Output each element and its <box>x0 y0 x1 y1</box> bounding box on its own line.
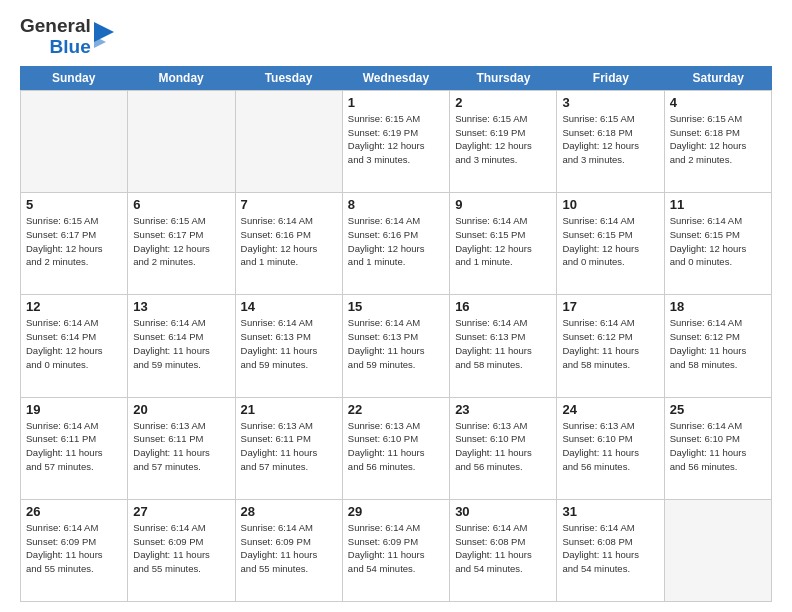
calendar-cell-16: 16Sunrise: 6:14 AM Sunset: 6:13 PM Dayli… <box>450 295 557 397</box>
calendar-cell-3: 3Sunrise: 6:15 AM Sunset: 6:18 PM Daylig… <box>557 91 664 193</box>
logo: General Blue <box>20 16 114 58</box>
cell-info: Sunrise: 6:14 AM Sunset: 6:13 PM Dayligh… <box>241 316 337 371</box>
cell-date: 20 <box>133 402 229 417</box>
logo-triangle-icon <box>94 20 114 54</box>
cell-date: 2 <box>455 95 551 110</box>
cell-info: Sunrise: 6:14 AM Sunset: 6:16 PM Dayligh… <box>348 214 444 269</box>
cell-info: Sunrise: 6:14 AM Sunset: 6:10 PM Dayligh… <box>670 419 766 474</box>
cell-date: 3 <box>562 95 658 110</box>
cell-info: Sunrise: 6:14 AM Sunset: 6:13 PM Dayligh… <box>455 316 551 371</box>
cell-date: 9 <box>455 197 551 212</box>
calendar-cell-28: 28Sunrise: 6:14 AM Sunset: 6:09 PM Dayli… <box>236 500 343 602</box>
cell-date: 7 <box>241 197 337 212</box>
empty-cell <box>128 91 235 193</box>
cell-date: 13 <box>133 299 229 314</box>
calendar-cell-5: 5Sunrise: 6:15 AM Sunset: 6:17 PM Daylig… <box>21 193 128 295</box>
cell-info: Sunrise: 6:13 AM Sunset: 6:10 PM Dayligh… <box>562 419 658 474</box>
calendar-cell-8: 8Sunrise: 6:14 AM Sunset: 6:16 PM Daylig… <box>343 193 450 295</box>
cell-date: 4 <box>670 95 766 110</box>
cell-date: 6 <box>133 197 229 212</box>
cell-date: 5 <box>26 197 122 212</box>
cell-info: Sunrise: 6:14 AM Sunset: 6:14 PM Dayligh… <box>26 316 122 371</box>
cell-date: 18 <box>670 299 766 314</box>
cell-info: Sunrise: 6:15 AM Sunset: 6:18 PM Dayligh… <box>562 112 658 167</box>
calendar-cell-26: 26Sunrise: 6:14 AM Sunset: 6:09 PM Dayli… <box>21 500 128 602</box>
calendar-cell-29: 29Sunrise: 6:14 AM Sunset: 6:09 PM Dayli… <box>343 500 450 602</box>
empty-cell <box>236 91 343 193</box>
empty-cell <box>21 91 128 193</box>
cell-info: Sunrise: 6:14 AM Sunset: 6:08 PM Dayligh… <box>562 521 658 576</box>
calendar-cell-22: 22Sunrise: 6:13 AM Sunset: 6:10 PM Dayli… <box>343 398 450 500</box>
calendar-cell-1: 1Sunrise: 6:15 AM Sunset: 6:19 PM Daylig… <box>343 91 450 193</box>
day-header-wednesday: Wednesday <box>342 66 449 90</box>
calendar-cell-14: 14Sunrise: 6:14 AM Sunset: 6:13 PM Dayli… <box>236 295 343 397</box>
cell-info: Sunrise: 6:14 AM Sunset: 6:09 PM Dayligh… <box>241 521 337 576</box>
calendar-cell-27: 27Sunrise: 6:14 AM Sunset: 6:09 PM Dayli… <box>128 500 235 602</box>
cell-info: Sunrise: 6:13 AM Sunset: 6:11 PM Dayligh… <box>241 419 337 474</box>
logo-blue: Blue <box>50 37 91 58</box>
cell-date: 11 <box>670 197 766 212</box>
cell-info: Sunrise: 6:15 AM Sunset: 6:17 PM Dayligh… <box>133 214 229 269</box>
cell-info: Sunrise: 6:14 AM Sunset: 6:13 PM Dayligh… <box>348 316 444 371</box>
calendar-cell-9: 9Sunrise: 6:14 AM Sunset: 6:15 PM Daylig… <box>450 193 557 295</box>
day-headers: SundayMondayTuesdayWednesdayThursdayFrid… <box>20 66 772 90</box>
cell-date: 17 <box>562 299 658 314</box>
cell-info: Sunrise: 6:14 AM Sunset: 6:15 PM Dayligh… <box>562 214 658 269</box>
calendar-cell-12: 12Sunrise: 6:14 AM Sunset: 6:14 PM Dayli… <box>21 295 128 397</box>
day-header-tuesday: Tuesday <box>235 66 342 90</box>
cell-date: 23 <box>455 402 551 417</box>
empty-cell <box>665 500 772 602</box>
calendar-cell-30: 30Sunrise: 6:14 AM Sunset: 6:08 PM Dayli… <box>450 500 557 602</box>
cell-date: 25 <box>670 402 766 417</box>
cell-info: Sunrise: 6:14 AM Sunset: 6:16 PM Dayligh… <box>241 214 337 269</box>
cell-date: 10 <box>562 197 658 212</box>
cell-info: Sunrise: 6:14 AM Sunset: 6:09 PM Dayligh… <box>26 521 122 576</box>
cell-info: Sunrise: 6:15 AM Sunset: 6:19 PM Dayligh… <box>348 112 444 167</box>
calendar-cell-2: 2Sunrise: 6:15 AM Sunset: 6:19 PM Daylig… <box>450 91 557 193</box>
calendar-cell-4: 4Sunrise: 6:15 AM Sunset: 6:18 PM Daylig… <box>665 91 772 193</box>
cell-date: 29 <box>348 504 444 519</box>
cell-info: Sunrise: 6:14 AM Sunset: 6:09 PM Dayligh… <box>133 521 229 576</box>
calendar-cell-11: 11Sunrise: 6:14 AM Sunset: 6:15 PM Dayli… <box>665 193 772 295</box>
cell-date: 31 <box>562 504 658 519</box>
cell-date: 21 <box>241 402 337 417</box>
calendar-cell-7: 7Sunrise: 6:14 AM Sunset: 6:16 PM Daylig… <box>236 193 343 295</box>
cell-date: 1 <box>348 95 444 110</box>
calendar-cell-19: 19Sunrise: 6:14 AM Sunset: 6:11 PM Dayli… <box>21 398 128 500</box>
calendar: SundayMondayTuesdayWednesdayThursdayFrid… <box>20 66 772 602</box>
cell-date: 12 <box>26 299 122 314</box>
day-header-friday: Friday <box>557 66 664 90</box>
calendar-cell-23: 23Sunrise: 6:13 AM Sunset: 6:10 PM Dayli… <box>450 398 557 500</box>
cell-date: 14 <box>241 299 337 314</box>
cell-info: Sunrise: 6:15 AM Sunset: 6:19 PM Dayligh… <box>455 112 551 167</box>
calendar-cell-21: 21Sunrise: 6:13 AM Sunset: 6:11 PM Dayli… <box>236 398 343 500</box>
calendar-cell-25: 25Sunrise: 6:14 AM Sunset: 6:10 PM Dayli… <box>665 398 772 500</box>
page: General Blue SundayMondayTuesdayWednesda… <box>0 0 792 612</box>
cell-info: Sunrise: 6:14 AM Sunset: 6:15 PM Dayligh… <box>670 214 766 269</box>
calendar-cell-20: 20Sunrise: 6:13 AM Sunset: 6:11 PM Dayli… <box>128 398 235 500</box>
cell-date: 24 <box>562 402 658 417</box>
calendar-cell-18: 18Sunrise: 6:14 AM Sunset: 6:12 PM Dayli… <box>665 295 772 397</box>
day-header-thursday: Thursday <box>450 66 557 90</box>
cell-date: 16 <box>455 299 551 314</box>
day-header-monday: Monday <box>127 66 234 90</box>
calendar-cell-31: 31Sunrise: 6:14 AM Sunset: 6:08 PM Dayli… <box>557 500 664 602</box>
calendar-cell-17: 17Sunrise: 6:14 AM Sunset: 6:12 PM Dayli… <box>557 295 664 397</box>
calendar-cell-10: 10Sunrise: 6:14 AM Sunset: 6:15 PM Dayli… <box>557 193 664 295</box>
cell-info: Sunrise: 6:13 AM Sunset: 6:10 PM Dayligh… <box>348 419 444 474</box>
cell-info: Sunrise: 6:14 AM Sunset: 6:15 PM Dayligh… <box>455 214 551 269</box>
cell-info: Sunrise: 6:14 AM Sunset: 6:14 PM Dayligh… <box>133 316 229 371</box>
calendar-cell-24: 24Sunrise: 6:13 AM Sunset: 6:10 PM Dayli… <box>557 398 664 500</box>
cell-info: Sunrise: 6:14 AM Sunset: 6:12 PM Dayligh… <box>562 316 658 371</box>
cell-info: Sunrise: 6:13 AM Sunset: 6:10 PM Dayligh… <box>455 419 551 474</box>
cell-info: Sunrise: 6:15 AM Sunset: 6:17 PM Dayligh… <box>26 214 122 269</box>
calendar-cell-6: 6Sunrise: 6:15 AM Sunset: 6:17 PM Daylig… <box>128 193 235 295</box>
cell-info: Sunrise: 6:14 AM Sunset: 6:09 PM Dayligh… <box>348 521 444 576</box>
cell-date: 26 <box>26 504 122 519</box>
header: General Blue <box>20 16 772 58</box>
cell-info: Sunrise: 6:13 AM Sunset: 6:11 PM Dayligh… <box>133 419 229 474</box>
cell-date: 27 <box>133 504 229 519</box>
cell-date: 19 <box>26 402 122 417</box>
day-header-sunday: Sunday <box>20 66 127 90</box>
calendar-grid: 1Sunrise: 6:15 AM Sunset: 6:19 PM Daylig… <box>20 90 772 602</box>
